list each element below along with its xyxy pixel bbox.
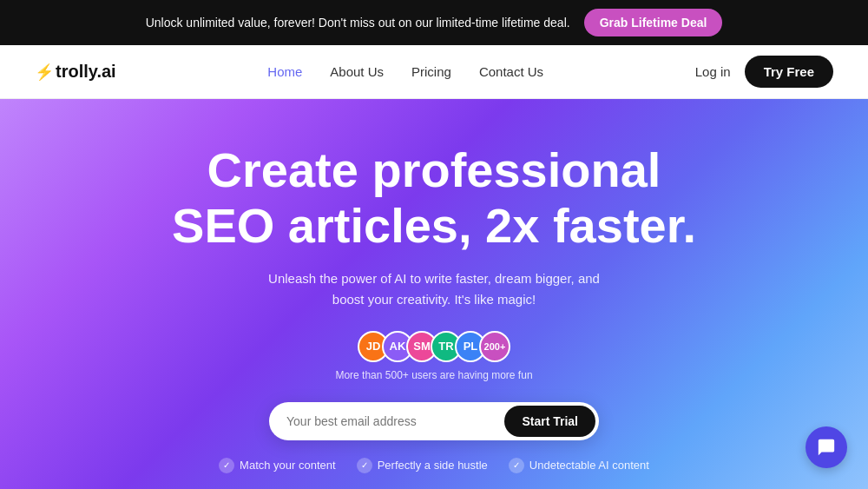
hero-subtitle: Unleash the power of AI to write faster,… [252,268,616,310]
grab-lifetime-deal-button[interactable]: Grab Lifetime Deal [584,9,723,36]
check-icon-3: ✓ [509,458,524,473]
navbar: ⚡ trolly.ai Home About Us Pricing Contac… [0,45,868,99]
nav-pricing[interactable]: Pricing [411,64,451,79]
avatar-caption: More than 500+ users are having more fun [335,369,532,381]
try-free-button[interactable]: Try Free [745,56,833,88]
nav-contact[interactable]: Contact Us [479,64,543,79]
nav-right: Log in Try Free [695,56,833,88]
nav-home[interactable]: Home [267,64,302,79]
email-row: Start Trial [269,402,599,440]
login-button[interactable]: Log in [695,64,731,79]
email-input[interactable] [286,406,504,437]
banner-text: Unlock unlimited value, forever! Don't m… [146,16,570,30]
top-banner: Unlock unlimited value, forever! Don't m… [0,0,868,45]
check-item-2: ✓ Perfectly a side hustle [357,458,488,473]
logo: ⚡ trolly.ai [35,62,116,82]
avatar-group: JD AK SM TR PL 200+ [358,331,510,362]
check-icon-1: ✓ [219,458,234,473]
avatar-count: 200+ [479,331,510,362]
check-item-1: ✓ Match your content [219,458,336,473]
logo-icon: ⚡ [35,63,54,82]
checks-row: ✓ Match your content ✓ Perfectly a side … [219,458,649,473]
chat-button[interactable] [806,426,847,468]
start-trial-button[interactable]: Start Trial [504,406,595,437]
nav-about[interactable]: About Us [330,64,384,79]
hero-headline: Create professional SEO articles, 2x fas… [172,142,696,254]
check-icon-2: ✓ [357,458,372,473]
check-item-3: ✓ Undetectable AI content [509,458,649,473]
nav-links: Home About Us Pricing Contact Us [267,64,543,80]
hero-section: Create professional SEO articles, 2x fas… [0,99,868,489]
